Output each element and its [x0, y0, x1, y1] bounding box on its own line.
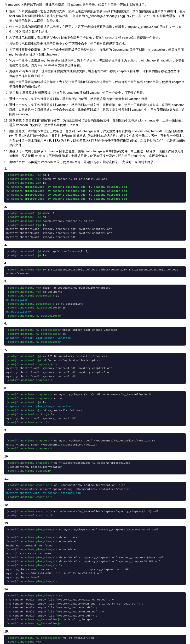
step-12: 第 5 和第 6 章普查档行修改节行修节：为防止这些修订会影响改版改文件，复制这… [9, 118, 186, 128]
terminal-11: [root@foundation0 vacation]# cd ~/Docume… [4, 482, 186, 501]
section-num-2: 2. [4, 205, 186, 208]
terminal-2: [root@foundation0 ~]# mkdir 2 [root@foun… [4, 210, 186, 241]
step-9: 第 7 和 8 章节应该被相应搬移，将文件从 chapters 移动到 vaca… [9, 90, 186, 95]
step-14: 更改预订不成功，删除 plot_change 目录里普查、删除 plot_cha… [9, 149, 186, 158]
section-num-9: 9. [4, 428, 186, 432]
terminal-10: [root@foundation0 chapters]# cd ~/Videos… [4, 460, 186, 474]
section-num-1: 1. [4, 167, 186, 170]
section-num-14: 14. [4, 587, 186, 591]
terminal-4: [root@foundation0 ~]# mv 1/tv_season1_ep… [4, 266, 186, 277]
section-num-13: 13. [4, 521, 186, 525]
main-content: 在 marvelX 上执行以下步骤，除非另有指示，以 student 身份登录。… [0, 0, 190, 644]
terminal-1: [root@foundation0 ~]# cd 1 [root@foundat… [4, 172, 186, 202]
section-num-6: 6. [4, 322, 186, 325]
section-num-8: 8. [4, 386, 186, 390]
step-8: 前两个章节需双选编辑模式折扣章：为了记住章节周期对不再停在这些章节，仅将这两个章… [9, 80, 186, 89]
terminal-13: [root@foundation0 plot_change]# cp mysto… [4, 526, 186, 585]
terminal-5: [root@foundation0 ~]# mkdir -p Documents… [4, 284, 186, 319]
terminal-7: [root@foundation0 ~]# mv 2/* Documents/m… [4, 353, 186, 384]
step-11: 通过一个命令，将工作目录更改到 vacation，然后回到其一对文件：完普查第二… [9, 102, 186, 117]
section-num-4: 4. [4, 262, 186, 265]
terminal-12: [root@foundation0 vacation]# cp ~/Docume… [4, 508, 186, 519]
section-num-3: 3. [4, 243, 186, 246]
step-1: 首先，为本实验创建一套合适的练习文件：如果无法立即识别所需的 shell 扩展快… [9, 9, 186, 23]
section-num-5: 5. [4, 280, 186, 283]
section-num-10: 10. [4, 454, 186, 458]
terminal-14: [root@foundation0 plot_change]# rm ' rm:… [4, 592, 186, 627]
section-num-15: 15. [4, 630, 186, 633]
step-7: 更改到 chapters 目录，使用主目录快捷方式强制源文件，将所有指书章节移到… [9, 69, 186, 78]
step-4: 将这四位电视剧集移到电视季子目录中：Q 可两用个命令，使用相对路径规定目的地。 [9, 41, 186, 46]
sections-container: 1.[root@foundation0 ~]# cd 1 [root@found… [4, 167, 186, 644]
step-13: 要回重更改，请对第 5 章进行三次备份：更改到 plot_change 目录，作… [9, 129, 186, 148]
intro-para: 在 marvelX 上执行以下步骤，除非另有指示，以 student 身份登录。… [4, 2, 186, 7]
terminal-3: [root@foundation0 ~]# mkdir -p Videos/se… [4, 248, 186, 259]
terminal-6: [root@foundation0 my_bestseller]# mkdir … [4, 327, 186, 346]
step-2: 作为一名完成的造假商概述的说法者，在已完为内容下一步移转书面行编辑，创服务为 m… [9, 24, 186, 34]
terminal-9: [root@foundation0 chapters]# mv mystory_… [4, 433, 186, 452]
terminal-15: [root@foundation0 my_bestseller]# rm -rf… [4, 635, 186, 644]
step-10: 通过一个命令，将工作目录更改到第 2 季剧集所在的位置，然后将该季的第一集复制到… [9, 96, 186, 102]
step-3: 为了整理电视剧集，在现有的 Videos 目录下创建两个子目录，名称为 seas… [9, 35, 186, 40]
section-num-11: 11. [4, 477, 186, 480]
step-15: 度绪结束后，不再需要 vacation 目录，使用 rm 命令（带递归选项）删除… [9, 160, 186, 164]
terminal-8: [root@foundation0 chapters]# mv mystory_… [4, 391, 186, 426]
section-num-12: 12. [4, 503, 186, 507]
step-list: 首先，为本实验创建一套合适的练习文件：如果无法立即识别所需的 shell 扩展快… [9, 9, 186, 164]
section-num-7: 7. [4, 348, 186, 352]
step-5: 为了整理新疆小说章节，利用一个命令创建两级子目录架构结构：在现有的 Docume… [9, 47, 186, 57]
step-6: 利用一个命令，直接进 my_bestseller 目录下列出的 8 个子目录：将… [9, 58, 186, 68]
